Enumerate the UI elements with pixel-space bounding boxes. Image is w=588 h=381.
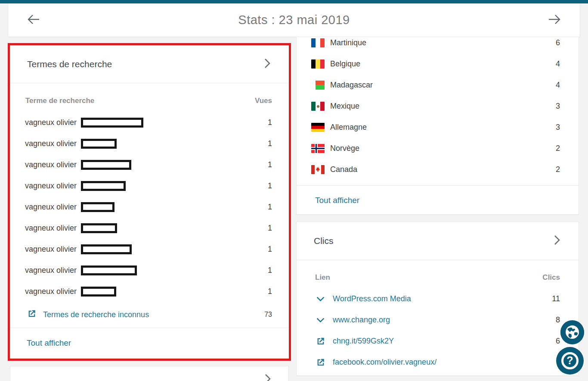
click-row: www.change.org8 <box>297 309 579 331</box>
search-term-text: vagneux olivier <box>25 139 77 148</box>
views-value: 2 <box>556 165 560 174</box>
unknown-terms-views: 73 <box>264 311 272 319</box>
search-term-row: vagneux olivier1 <box>10 260 289 281</box>
external-link-icon <box>27 309 37 320</box>
redaction-box <box>81 181 126 191</box>
search-term-row: vagneux olivier1 <box>10 218 289 239</box>
countries-list: Martinique6Belgique4Madagascar4Mexique3A… <box>297 37 579 180</box>
canada-flag-icon <box>311 165 325 174</box>
previous-day-button[interactable] <box>27 14 40 26</box>
unknown-terms-row: Termes de recherche inconnus 73 <box>10 304 289 325</box>
search-term-text: vagneux olivier <box>25 203 77 212</box>
clicks-value: 11 <box>552 294 560 303</box>
search-term-text: vagneux olivier <box>25 181 77 190</box>
views-value: 1 <box>268 160 272 169</box>
country-row: Allemagne3 <box>297 117 579 138</box>
views-value: 1 <box>268 203 272 212</box>
help-button[interactable]: ? <box>556 347 584 375</box>
click-row: WordPress.com Media11 <box>297 288 579 309</box>
search-term-row: vagneux olivier1 <box>10 197 289 218</box>
column-header-link: Lien <box>315 273 330 282</box>
redaction-box <box>81 244 132 254</box>
stats-header: Stats : 23 mai 2019 <box>8 3 580 37</box>
chevron-right-icon <box>263 57 272 71</box>
country-label: Madagascar <box>330 81 373 90</box>
views-value: 3 <box>556 102 560 111</box>
views-value: 2 <box>556 144 560 153</box>
search-terms-column-headers: Terme de recherche Vues <box>10 83 289 112</box>
next-day-button[interactable] <box>548 14 561 26</box>
views-value: 4 <box>556 81 560 90</box>
click-link[interactable]: WordPress.com Media <box>333 294 411 303</box>
search-terms-title-row[interactable]: Termes de recherche <box>10 45 289 83</box>
top-color-bar <box>0 0 588 3</box>
search-term-row: vagneux olivier1 <box>10 239 289 260</box>
country-label: Mexique <box>330 102 359 111</box>
countries-card: Martinique6Belgique4Madagascar4Mexique3A… <box>296 37 579 215</box>
redaction-box <box>81 118 143 128</box>
click-link[interactable]: chng.it/599Gsk2Y <box>333 337 394 346</box>
redaction-box <box>81 287 116 297</box>
countries-show-all-link[interactable]: Tout afficher <box>315 196 359 205</box>
external-link-icon <box>316 358 325 367</box>
belgique-flag-icon <box>311 59 325 69</box>
clicks-list: WordPress.com Media11www.change.org8chng… <box>297 288 579 373</box>
search-term-row: vagneux olivier1 <box>10 112 289 133</box>
country-row: Norvège2 <box>297 138 579 159</box>
search-term-text: vagneux olivier <box>25 266 77 275</box>
search-term-text: vagneux olivier <box>25 224 77 233</box>
clicks-card-title: Clics <box>314 236 334 246</box>
click-link[interactable]: facebook.com/olivier.vagneux/ <box>333 358 436 367</box>
question-icon: ? <box>561 352 579 369</box>
redaction-box <box>81 139 117 149</box>
views-value: 6 <box>556 38 560 47</box>
country-row: Mexique3 <box>297 96 579 117</box>
clicks-title-row[interactable]: Clics <box>297 222 579 260</box>
mexique-flag-icon <box>311 102 325 111</box>
search-terms-card-title: Termes de recherche <box>27 59 112 69</box>
views-value: 1 <box>268 118 272 127</box>
country-row: Canada2 <box>297 159 579 180</box>
views-value: 1 <box>268 224 272 233</box>
country-row: Belgique4 <box>297 53 579 75</box>
column-header-term: Terme de recherche <box>25 97 94 105</box>
column-header-views: Vues <box>255 97 272 105</box>
martinique-flag-icon <box>311 38 325 47</box>
globe-icon <box>560 320 584 345</box>
country-label: Canada <box>330 165 357 174</box>
search-term-row: vagneux olivier1 <box>10 175 289 197</box>
click-row: chng.it/599Gsk2Y6 <box>297 331 579 352</box>
madagascar-flag-icon <box>311 81 325 90</box>
chevron-down-icon <box>316 296 325 303</box>
search-term-text: vagneux olivier <box>25 287 77 296</box>
language-globe-button[interactable] <box>560 321 584 344</box>
clicks-value: 6 <box>556 337 560 346</box>
views-value: 4 <box>556 59 560 69</box>
chevron-down-icon <box>316 317 325 324</box>
partial-next-card[interactable] <box>10 366 289 381</box>
search-term-text: vagneux olivier <box>25 160 77 169</box>
clicks-card: Clics Lien Clics WordPress.com Media11ww… <box>296 222 579 376</box>
country-row: Madagascar4 <box>297 75 579 96</box>
views-value: 1 <box>268 266 272 275</box>
search-term-row: vagneux olivier1 <box>10 133 289 154</box>
views-value: 1 <box>268 181 272 190</box>
search-term-row: vagneux olivier1 <box>10 154 289 175</box>
views-value: 1 <box>268 245 272 254</box>
country-label: Martinique <box>330 38 366 47</box>
unknown-terms-link[interactable]: Termes de recherche inconnus <box>43 310 149 319</box>
views-value: 3 <box>556 123 560 132</box>
click-link[interactable]: www.change.org <box>333 315 390 325</box>
search-terms-show-all-link[interactable]: Tout afficher <box>27 338 71 348</box>
country-row: Martinique6 <box>297 37 579 53</box>
external-link-icon <box>316 337 325 346</box>
chevron-right-icon <box>263 373 272 381</box>
search-terms-list: vagneux olivier1vagneux olivier1vagneux … <box>10 112 289 302</box>
arrow-left-icon <box>27 14 40 26</box>
page-title: Stats : 23 mai 2019 <box>8 13 580 27</box>
click-row: facebook.com/olivier.vagneux/ <box>297 352 579 373</box>
allemagne-flag-icon <box>311 123 325 132</box>
clicks-column-headers: Lien Clics <box>297 260 579 288</box>
clicks-value: 8 <box>556 315 560 325</box>
country-label: Belgique <box>330 59 360 69</box>
